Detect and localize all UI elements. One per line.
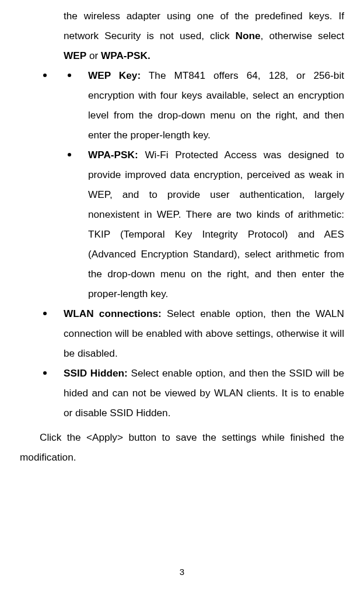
closing-paragraph: Click the <Apply> button to save the set… <box>20 427 344 467</box>
bold-wep: WEP <box>64 50 86 61</box>
list-item-wep-key: WEP Key: The MT841 offers 64, 128, or 25… <box>64 65 344 145</box>
document-page: the wireless adapter using one of the pr… <box>0 0 364 596</box>
item-label: SSID Hidden: <box>64 367 128 379</box>
list-item-ssid-hidden: SSID Hidden: Select enable option, and t… <box>20 363 344 423</box>
list-item: WEP Key: The MT841 offers 64, 128, or 25… <box>20 65 344 304</box>
inner-list: WEP Key: The MT841 offers 64, 128, or 25… <box>64 65 344 304</box>
text-fragment: , otherwise select <box>261 30 344 41</box>
item-text: Wi-Fi Protected Access was designed to p… <box>88 149 344 299</box>
bold-none: None <box>236 30 261 41</box>
list-item-wpa-psk: WPA-PSK: Wi-Fi Protected Access was desi… <box>64 145 344 304</box>
item-label: WEP Key: <box>88 69 141 81</box>
page-content: the wireless adapter using one of the pr… <box>20 0 344 467</box>
page-number: 3 <box>0 567 364 576</box>
outer-list: WEP Key: The MT841 offers 64, 128, or 25… <box>20 65 344 423</box>
item-label: WLAN connections: <box>64 308 162 319</box>
text-fragment: or <box>86 50 101 61</box>
item-label: WPA-PSK: <box>88 149 138 161</box>
leading-paragraph: the wireless adapter using one of the pr… <box>20 6 344 65</box>
bold-wpa-psk: WPA-PSK. <box>101 50 150 61</box>
list-item-wlan-connections: WLAN connections: Select enable option, … <box>20 304 344 363</box>
